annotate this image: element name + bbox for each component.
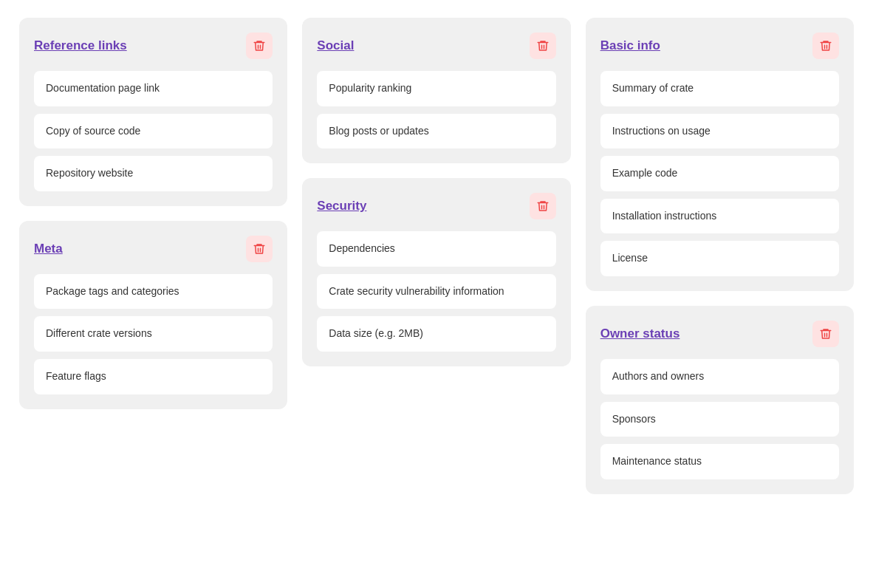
card-items-owner-status: Authors and ownersSponsorsMaintenance st… bbox=[600, 359, 839, 479]
list-item: Maintenance status bbox=[600, 444, 839, 479]
list-item: Dependencies bbox=[317, 231, 555, 267]
card-items-meta: Package tags and categoriesDifferent cra… bbox=[34, 274, 273, 394]
list-item: Repository website bbox=[34, 156, 273, 191]
card-items-social: Popularity rankingBlog posts or updates bbox=[317, 71, 555, 148]
list-item: Example code bbox=[600, 156, 839, 191]
card-header-meta: Meta bbox=[34, 236, 273, 262]
card-reference-links: Reference links Documentation page linkC… bbox=[19, 18, 287, 206]
list-item: Summary of crate bbox=[600, 71, 839, 106]
card-header-basic-info: Basic info bbox=[600, 33, 839, 59]
trash-icon bbox=[536, 39, 550, 52]
list-item: Installation instructions bbox=[600, 199, 839, 234]
delete-button-basic-info[interactable] bbox=[812, 33, 839, 59]
list-item: Blog posts or updates bbox=[317, 114, 555, 149]
trash-icon bbox=[819, 39, 832, 52]
trash-icon bbox=[253, 39, 266, 52]
list-item: Authors and owners bbox=[600, 359, 839, 394]
card-basic-info: Basic info Summary of crateInstructions … bbox=[586, 18, 854, 291]
card-social: Social Popularity rankingBlog posts or u… bbox=[302, 18, 570, 163]
cards-grid: Reference links Documentation page linkC… bbox=[19, 18, 854, 494]
list-item: Crate security vulnerability information bbox=[317, 274, 555, 310]
card-header-owner-status: Owner status bbox=[600, 321, 839, 347]
list-item: Different crate versions bbox=[34, 316, 273, 352]
delete-button-reference-links[interactable] bbox=[246, 33, 273, 59]
card-title-social[interactable]: Social bbox=[317, 38, 354, 53]
card-header-security: Security bbox=[317, 193, 555, 219]
trash-icon bbox=[253, 242, 266, 256]
card-title-reference-links[interactable]: Reference links bbox=[34, 38, 127, 53]
delete-button-meta[interactable] bbox=[246, 236, 273, 262]
delete-button-social[interactable] bbox=[530, 33, 556, 59]
column: Basic info Summary of crateInstructions … bbox=[586, 18, 854, 494]
column: Social Popularity rankingBlog posts or u… bbox=[302, 18, 570, 494]
delete-button-security[interactable] bbox=[530, 193, 556, 219]
list-item: Data size (e.g. 2MB) bbox=[317, 316, 555, 352]
card-security: Security DependenciesCrate security vuln… bbox=[302, 178, 570, 366]
card-items-reference-links: Documentation page linkCopy of source co… bbox=[34, 71, 273, 191]
card-title-basic-info[interactable]: Basic info bbox=[600, 38, 660, 53]
list-item: License bbox=[600, 241, 839, 276]
card-meta: Meta Package tags and categoriesDifferen… bbox=[19, 221, 287, 409]
list-item: Package tags and categories bbox=[34, 274, 273, 310]
delete-button-owner-status[interactable] bbox=[812, 321, 839, 347]
card-header-social: Social bbox=[317, 33, 555, 59]
card-title-security[interactable]: Security bbox=[317, 199, 366, 213]
card-items-basic-info: Summary of crateInstructions on usageExa… bbox=[600, 71, 839, 276]
list-item: Feature flags bbox=[34, 359, 273, 394]
card-owner-status: Owner status Authors and ownersSponsorsM… bbox=[586, 306, 854, 494]
list-item: Popularity ranking bbox=[317, 71, 555, 106]
card-header-reference-links: Reference links bbox=[34, 33, 273, 59]
list-item: Sponsors bbox=[600, 402, 839, 437]
column: Reference links Documentation page linkC… bbox=[19, 18, 287, 494]
card-title-owner-status[interactable]: Owner status bbox=[600, 327, 680, 341]
card-items-security: DependenciesCrate security vulnerability… bbox=[317, 231, 555, 352]
card-title-meta[interactable]: Meta bbox=[34, 242, 63, 256]
list-item: Instructions on usage bbox=[600, 114, 839, 149]
trash-icon bbox=[819, 327, 832, 341]
list-item: Documentation page link bbox=[34, 71, 273, 106]
list-item: Copy of source code bbox=[34, 114, 273, 149]
trash-icon bbox=[536, 199, 550, 213]
